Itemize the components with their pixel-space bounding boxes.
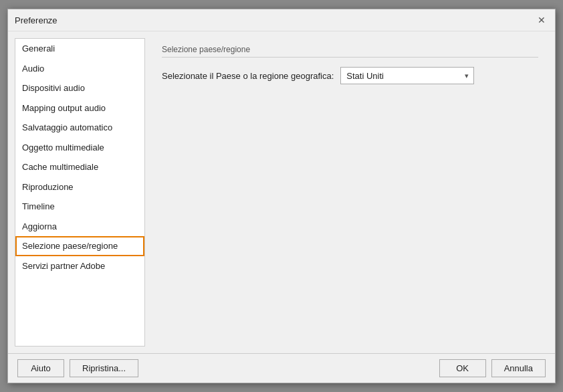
sidebar-item-audio[interactable]: Audio: [15, 59, 144, 79]
country-select[interactable]: Stati UnitiItaliaFranciaGermaniaSpagna: [340, 67, 474, 84]
preferences-dialog: Preferenze ✕ GeneraliAudioDispositivi au…: [7, 9, 556, 383]
footer: Aiuto Ripristina... OK Annulla: [8, 353, 555, 383]
main-panel: Selezione paese/regione Selezionate il P…: [152, 38, 548, 347]
sidebar-item-salvataggio-automatico[interactable]: Salvataggio automatico: [15, 118, 144, 138]
ok-button[interactable]: OK: [439, 359, 486, 377]
footer-left: Aiuto Ripristina...: [17, 359, 138, 377]
sidebar-item-generali[interactable]: Generali: [15, 39, 144, 59]
close-button[interactable]: ✕: [535, 13, 548, 27]
sidebar-item-selezione-paese[interactable]: Selezione paese/regione: [15, 236, 144, 256]
titlebar: Preferenze ✕: [8, 9, 555, 31]
help-button[interactable]: Aiuto: [17, 359, 64, 377]
reset-button[interactable]: Ripristina...: [70, 359, 138, 377]
sidebar-item-mapping-output-audio[interactable]: Mapping output audio: [15, 98, 144, 118]
footer-right: OK Annulla: [439, 359, 546, 377]
sidebar-item-cache-multimediale[interactable]: Cache multimediale: [15, 157, 144, 177]
sidebar-item-oggetto-multimediale[interactable]: Oggetto multimediale: [15, 138, 144, 158]
country-select-wrapper: Stati UnitiItaliaFranciaGermaniaSpagna ▾: [340, 67, 474, 84]
cancel-button[interactable]: Annulla: [491, 359, 546, 377]
content-area: GeneraliAudioDispositivi audioMapping ou…: [8, 31, 555, 353]
dialog-title: Preferenze: [15, 15, 58, 25]
section-title: Selezione paese/regione: [162, 45, 538, 58]
field-label: Selezionate il Paese o la regione geogra…: [162, 71, 334, 81]
sidebar-item-timeline[interactable]: Timeline: [15, 197, 144, 217]
field-row: Selezionate il Paese o la regione geogra…: [162, 67, 538, 84]
sidebar-item-dispositivi-audio[interactable]: Dispositivi audio: [15, 78, 144, 98]
sidebar-item-servizi-partner[interactable]: Servizi partner Adobe: [15, 256, 144, 276]
sidebar-item-aggiorna[interactable]: Aggiorna: [15, 217, 144, 237]
sidebar-item-riproduzione[interactable]: Riproduzione: [15, 177, 144, 197]
sidebar: GeneraliAudioDispositivi audioMapping ou…: [15, 38, 145, 347]
